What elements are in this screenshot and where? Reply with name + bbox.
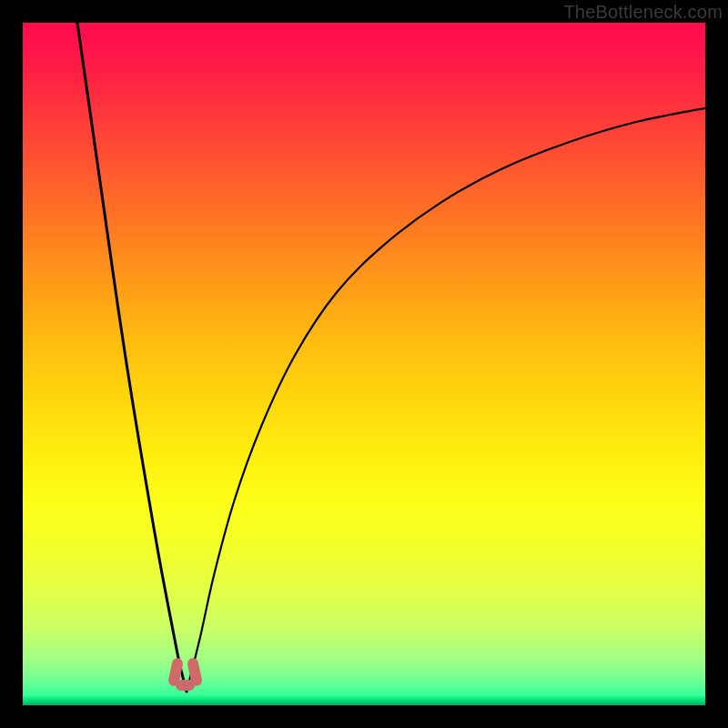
credit-label: TheBottleneck.com — [563, 2, 723, 23]
curve-left-path — [77, 23, 187, 692]
curve-right-path — [187, 108, 705, 692]
bottleneck-curve — [23, 23, 705, 705]
